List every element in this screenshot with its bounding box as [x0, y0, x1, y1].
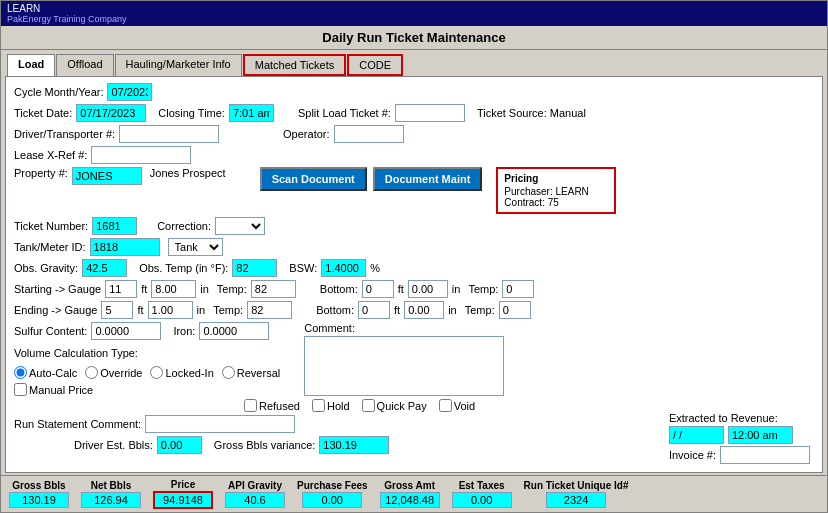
- starting-bottom-in-input[interactable]: [408, 280, 448, 298]
- correction-select[interactable]: [215, 217, 265, 235]
- tab-hauling[interactable]: Hauling/Marketer Info: [115, 54, 242, 76]
- ending-in-input[interactable]: [148, 301, 193, 319]
- purchase-fees-value: 0.00: [302, 492, 362, 508]
- cycle-input[interactable]: [107, 83, 152, 101]
- starting-in-input[interactable]: [151, 280, 196, 298]
- api-gravity-label: API Gravity: [228, 480, 282, 491]
- radio-locked-in[interactable]: Locked-In: [150, 366, 213, 379]
- sulfur-label: Sulfur Content:: [14, 325, 87, 337]
- comment-label: Comment:: [304, 322, 504, 334]
- gross-bbls-label: Gross Bbls: [12, 480, 65, 491]
- tank-type-select[interactable]: Tank Meter: [168, 238, 223, 256]
- property-name: Jones Prospect: [150, 167, 226, 179]
- ending-ft-input[interactable]: [101, 301, 133, 319]
- radio-reversal[interactable]: Reversal: [222, 366, 280, 379]
- gross-bbls-value: 130.19: [9, 492, 69, 508]
- obs-gravity-input[interactable]: [82, 259, 127, 277]
- api-gravity-cell: API Gravity 40.6: [225, 480, 285, 508]
- gross-bbls-variance-label: Gross Bbls variance:: [214, 439, 315, 451]
- lease-xref-input[interactable]: [91, 146, 191, 164]
- lease-xref-label: Lease X-Ref #:: [14, 149, 87, 161]
- est-taxes-label: Est Taxes: [459, 480, 505, 491]
- run-ticket-id-cell: Run Ticket Unique Id# 2324: [524, 480, 629, 508]
- scan-document-button[interactable]: Scan Document: [260, 167, 367, 191]
- bottom-bar: Gross Bbls 130.19 Net Bbls 126.94 Price …: [1, 475, 827, 512]
- gross-bbls-variance-input[interactable]: [319, 436, 389, 454]
- ticket-number-input[interactable]: [92, 217, 137, 235]
- tab-offload[interactable]: Offload: [56, 54, 113, 76]
- void-checkbox[interactable]: Void: [439, 399, 475, 412]
- bsw-pct: %: [370, 262, 380, 274]
- obs-temp-label: Obs. Temp (in °F):: [139, 262, 228, 274]
- net-bbls-label: Net Bbls: [91, 480, 132, 491]
- purchase-fees-label: Purchase Fees: [297, 480, 368, 491]
- ticket-number-label: Ticket Number:: [14, 220, 88, 232]
- ending-temp-input[interactable]: [247, 301, 292, 319]
- driver-bbls-label: Driver Est. Bbls:: [74, 439, 153, 451]
- driver-bbls-input[interactable]: [157, 436, 202, 454]
- bsw-input[interactable]: [321, 259, 366, 277]
- sulfur-input[interactable]: [91, 322, 161, 340]
- ending-bottom-in-input[interactable]: [404, 301, 444, 319]
- split-load-input[interactable]: [395, 104, 465, 122]
- hold-checkbox[interactable]: Hold: [312, 399, 350, 412]
- gross-bbls-cell: Gross Bbls 130.19: [9, 480, 69, 508]
- net-bbls-value: 126.94: [81, 492, 141, 508]
- correction-label: Correction:: [157, 220, 211, 232]
- tab-matched[interactable]: Matched Tickets: [243, 54, 346, 76]
- operator-input[interactable]: [334, 125, 404, 143]
- refused-checkbox[interactable]: Refused: [244, 399, 300, 412]
- ticket-date-label: Ticket Date:: [14, 107, 72, 119]
- price-label: Price: [171, 479, 195, 490]
- ending-bottom-ft-input[interactable]: [358, 301, 390, 319]
- obs-gravity-label: Obs. Gravity:: [14, 262, 78, 274]
- ending-gauge-label: Ending -> Gauge: [14, 304, 97, 316]
- starting-gauge-label: Starting -> Gauge: [14, 283, 101, 295]
- split-load-label: Split Load Ticket #:: [298, 107, 391, 119]
- page-title: Daily Run Ticket Maintenance: [1, 26, 827, 50]
- pricing-purchaser: Purchaser: LEARN: [504, 186, 608, 197]
- tank-meter-label: Tank/Meter ID:: [14, 241, 86, 253]
- volume-calc-radios: Auto-Calc Override Locked-In Reversal: [14, 366, 280, 379]
- pricing-title: Pricing: [504, 173, 608, 184]
- run-ticket-id-label: Run Ticket Unique Id#: [524, 480, 629, 491]
- app-user: LEARN: [7, 3, 127, 14]
- est-taxes-cell: Est Taxes 0.00: [452, 480, 512, 508]
- ticket-date-input[interactable]: [76, 104, 146, 122]
- tab-bar: Load Offload Hauling/Marketer Info Match…: [1, 50, 827, 76]
- starting-ft-input[interactable]: [105, 280, 137, 298]
- run-stmt-input[interactable]: [145, 415, 295, 433]
- price-cell: Price 94.9148: [153, 479, 213, 509]
- starting-temp-input[interactable]: [251, 280, 296, 298]
- obs-temp-input[interactable]: [232, 259, 277, 277]
- quick-pay-checkbox[interactable]: Quick Pay: [362, 399, 427, 412]
- invoice-label: Invoice #:: [669, 449, 716, 461]
- property-input[interactable]: [72, 167, 142, 185]
- iron-label: Iron:: [173, 325, 195, 337]
- property-label: Property #:: [14, 167, 68, 179]
- document-maint-button[interactable]: Document Maint: [373, 167, 483, 191]
- manual-price-checkbox[interactable]: Manual Price: [14, 383, 280, 396]
- bsw-label: BSW:: [289, 262, 317, 274]
- radio-auto-calc[interactable]: Auto-Calc: [14, 366, 77, 379]
- closing-time-input[interactable]: [229, 104, 274, 122]
- comment-textarea[interactable]: [304, 336, 504, 396]
- extracted-date-input[interactable]: [669, 426, 724, 444]
- starting-bottom-ft-input[interactable]: [362, 280, 394, 298]
- tab-code[interactable]: CODE: [347, 54, 403, 76]
- price-value: 94.9148: [153, 491, 213, 509]
- purchase-fees-cell: Purchase Fees 0.00: [297, 480, 368, 508]
- api-gravity-value: 40.6: [225, 492, 285, 508]
- net-bbls-cell: Net Bbls 126.94: [81, 480, 141, 508]
- extracted-time-input[interactable]: [728, 426, 793, 444]
- tab-load[interactable]: Load: [7, 54, 55, 76]
- invoice-input[interactable]: [720, 446, 810, 464]
- tank-meter-input[interactable]: [90, 238, 160, 256]
- radio-override[interactable]: Override: [85, 366, 142, 379]
- driver-input[interactable]: [119, 125, 219, 143]
- ending-bottom-temp-input[interactable]: [499, 301, 531, 319]
- iron-input[interactable]: [199, 322, 269, 340]
- run-ticket-id-value: 2324: [546, 492, 606, 508]
- operator-label: Operator:: [283, 128, 329, 140]
- starting-bottom-temp-input[interactable]: [502, 280, 534, 298]
